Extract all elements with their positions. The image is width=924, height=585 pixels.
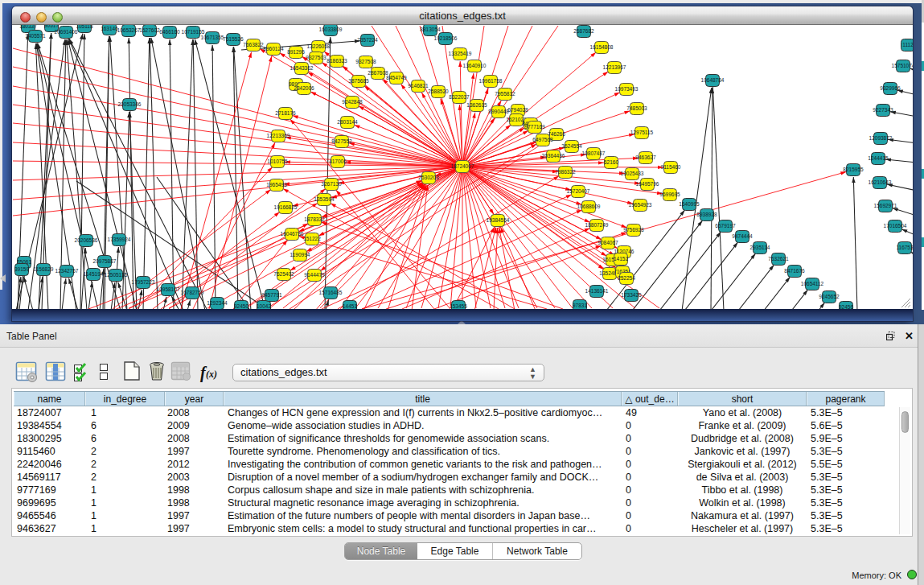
svg-text:2718176: 2718176 — [275, 110, 296, 116]
svg-text:7955812: 7955812 — [495, 91, 515, 97]
svg-text:2588520: 2588520 — [428, 89, 449, 94]
svg-text:9457791: 9457791 — [261, 292, 282, 298]
svg-text:1156829: 1156829 — [34, 266, 54, 272]
svg-text:3267130: 3267130 — [321, 181, 342, 187]
svg-text:7485003: 7485003 — [626, 105, 647, 111]
svg-text:13226058: 13226058 — [307, 43, 331, 49]
svg-text:1145194: 1145194 — [84, 271, 104, 277]
svg-text:7515526: 7515526 — [223, 36, 244, 42]
svg-text:8813054: 8813054 — [420, 27, 441, 32]
svg-text:1640995: 1640995 — [679, 201, 700, 207]
svg-text:19218506: 19218506 — [434, 35, 458, 41]
svg-text:9242848: 9242848 — [342, 99, 363, 105]
svg-text:9227343: 9227343 — [873, 107, 893, 113]
svg-text:12093872: 12093872 — [869, 135, 893, 141]
svg-text:15716485: 15716485 — [319, 290, 343, 295]
svg-text:9329966: 9329966 — [880, 85, 901, 91]
svg-text:8427552: 8427552 — [331, 138, 352, 144]
svg-text:10688609: 10688609 — [577, 204, 601, 209]
svg-text:153455: 153455 — [450, 303, 467, 309]
svg-text:19166825: 19166825 — [274, 204, 298, 210]
svg-text:16046736: 16046736 — [281, 231, 304, 237]
svg-text:891295: 891295 — [287, 49, 305, 55]
svg-text:1527602: 1527602 — [139, 27, 160, 33]
svg-text:7663822: 7663822 — [243, 42, 264, 47]
svg-text:17016504: 17016504 — [884, 223, 907, 229]
svg-text:8186323: 8186323 — [326, 58, 347, 64]
svg-text:1733426: 1733426 — [621, 292, 642, 298]
svg-text:10654112: 10654112 — [801, 281, 824, 286]
svg-text:1292344: 1292344 — [207, 300, 228, 306]
svg-text:10042: 10042 — [257, 303, 271, 309]
svg-text:62160: 62160 — [604, 159, 618, 165]
svg-text:10961758: 10961758 — [479, 78, 503, 84]
svg-text:(x): (x) — [206, 369, 217, 380]
svg-text:2867608: 2867608 — [368, 70, 388, 76]
svg-text:9777169: 9777169 — [524, 124, 545, 130]
svg-text:8215955: 8215955 — [843, 167, 864, 172]
svg-text:417006: 417006 — [329, 159, 347, 164]
svg-text:13640910: 13640910 — [463, 63, 487, 68]
svg-text:1405571: 1405571 — [25, 33, 46, 39]
svg-text:6794028: 6794028 — [507, 107, 528, 113]
svg-text:20691406: 20691406 — [55, 29, 78, 35]
svg-text:252254: 252254 — [618, 275, 635, 281]
svg-text:97831: 97831 — [573, 303, 587, 308]
svg-text:9699695: 9699695 — [659, 192, 680, 197]
svg-text:12213967: 12213967 — [603, 64, 626, 70]
svg-text:180337: 180337 — [19, 25, 37, 29]
svg-text:2342006: 2342006 — [294, 85, 314, 91]
svg-text:16210643: 16210643 — [869, 179, 892, 185]
svg-text:1353594: 1353594 — [314, 196, 335, 202]
svg-text:8990448: 8990448 — [488, 109, 509, 114]
svg-text:14451: 14451 — [343, 303, 357, 309]
svg-text:10653267: 10653267 — [117, 27, 141, 33]
svg-text:6466160: 6466160 — [159, 29, 180, 35]
svg-text:20364436: 20364436 — [542, 153, 565, 159]
svg-text:12213369: 12213369 — [267, 133, 290, 138]
svg-text:8960124: 8960124 — [263, 46, 284, 51]
svg-text:116753: 116753 — [896, 245, 913, 250]
svg-text:9463627: 9463627 — [635, 154, 656, 160]
svg-text:1965493: 1965493 — [266, 182, 287, 187]
svg-text:1362615: 1362615 — [466, 102, 487, 108]
svg-text:20053346: 20053346 — [118, 101, 142, 107]
svg-text:19384554: 19384554 — [487, 217, 510, 223]
svg-text:7625402: 7625402 — [273, 271, 294, 277]
svg-text:1010755: 1010755 — [267, 159, 288, 164]
svg-text:105118: 105118 — [76, 25, 93, 29]
svg-text:16543362: 16543362 — [290, 65, 314, 71]
svg-text:15751074: 15751074 — [892, 63, 913, 68]
svg-text:10807487: 10807487 — [582, 150, 606, 156]
svg-text:20975887: 20975887 — [93, 258, 117, 264]
svg-text:17359924: 17359924 — [108, 237, 131, 242]
svg-text:14136141: 14136141 — [585, 288, 609, 294]
svg-text:2530203: 2530203 — [418, 175, 439, 180]
svg-text:10973493: 10973493 — [615, 86, 639, 92]
svg-text:18724007: 18724007 — [451, 163, 474, 169]
svg-text:10025433: 10025433 — [621, 171, 644, 176]
svg-text:9756928: 9756928 — [623, 227, 644, 233]
svg-text:7357224: 7357224 — [357, 37, 378, 43]
svg-text:90517: 90517 — [44, 25, 59, 28]
svg-text:12505135: 12505135 — [105, 272, 128, 278]
svg-text:1878332: 1878332 — [304, 216, 325, 222]
svg-text:9474444: 9474444 — [732, 233, 753, 239]
svg-text:15720407: 15720407 — [567, 188, 590, 194]
svg-text:17957223: 17957223 — [132, 279, 155, 285]
svg-text:1190994: 1190994 — [290, 252, 310, 257]
svg-text:2803144: 2803144 — [337, 119, 358, 125]
svg-text:151222: 151222 — [303, 236, 321, 241]
svg-text:20206536: 20206536 — [75, 237, 98, 243]
svg-text:10671355: 10671355 — [201, 35, 224, 40]
svg-text:19654923: 19654923 — [629, 202, 652, 208]
svg-text:163146: 163146 — [101, 26, 118, 31]
svg-text:1112: 1112 — [902, 42, 913, 47]
svg-text:15692971: 15692971 — [874, 203, 897, 208]
svg-text:746266: 746266 — [548, 131, 565, 137]
svg-text:18807249: 18807249 — [585, 222, 609, 228]
svg-text:9084067: 9084067 — [598, 240, 618, 245]
svg-text:9327508: 9327508 — [355, 59, 376, 64]
svg-text:10958107: 10958107 — [157, 286, 180, 292]
svg-text:92450: 92450 — [234, 303, 248, 309]
